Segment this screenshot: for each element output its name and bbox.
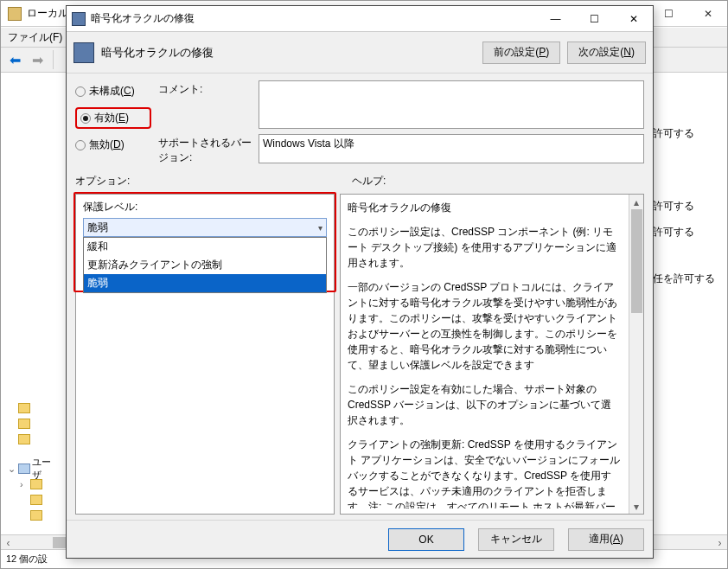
maximize-button[interactable]: ☐: [649, 1, 688, 27]
folder-icon: [30, 495, 42, 505]
folder-icon: [30, 510, 42, 521]
background-title-text: ローカル: [27, 6, 68, 21]
protection-level-combo[interactable]: 脆弱 ▾ 緩和 更新済みクライアントの強制 脆弱: [83, 218, 327, 237]
previous-setting-button[interactable]: 前の設定(P): [482, 42, 560, 64]
help-label: ヘルプ:: [352, 174, 386, 189]
protection-level-label: 保護レベル:: [83, 200, 327, 214]
radio-icon-selected: [80, 113, 91, 124]
background-right-column: 許可する 許可する 許可する 任を許可する: [649, 113, 727, 546]
help-p4: このポリシー設定を有効にした場合、サポート対象の CredSSP バージョンは、…: [348, 381, 621, 428]
dialog-maximize-button[interactable]: ☐: [575, 6, 614, 31]
dialog-header: 暗号化オラクルの修復 前の設定(P) 次の設定(N): [67, 32, 653, 74]
combo-item-vulnerable[interactable]: 脆弱: [84, 274, 326, 292]
close-button[interactable]: ✕: [688, 1, 727, 27]
nav-back-icon[interactable]: ⬅: [4, 49, 25, 70]
radio-icon: [75, 140, 86, 150]
dialog-icon: [72, 12, 86, 26]
next-setting-button[interactable]: 次の設定(N): [567, 42, 646, 64]
scroll-left-icon[interactable]: ‹: [1, 535, 16, 550]
apply-button[interactable]: 適用(A): [568, 528, 644, 551]
dialog-split-area: 保護レベル: 脆弱 ▾ 緩和 更新済みクライアントの強制 脆弱 暗号化オラクルの…: [67, 190, 653, 520]
supported-textbox: Windows Vista 以降: [259, 134, 644, 163]
help-vscrollbar[interactable]: ▴ ▾: [629, 195, 643, 514]
bg-text-2: 許可する: [649, 193, 727, 219]
policy-icon: [73, 42, 94, 63]
radio-unconfigured[interactable]: 未構成(C): [75, 84, 151, 99]
dialog-titlebar: 暗号化オラクルの修復 — ☐ ✕: [67, 6, 653, 32]
supported-value: Windows Vista 以降: [263, 137, 354, 150]
toolbar-divider: [53, 50, 54, 69]
config-radio-group: 未構成(C) 有効(E) 無効(D): [75, 80, 151, 165]
supported-label: サポートされるバージョン:: [158, 134, 253, 165]
folder-icon: [18, 403, 30, 413]
help-p3: 一部のバージョンの CredSSP プロトコルには、クライアントに対する暗号化オ…: [348, 279, 621, 373]
folder-icon: [18, 434, 30, 444]
dialog-footer: OK キャンセル 適用(A): [67, 520, 653, 558]
combo-item-mitigated[interactable]: 緩和: [84, 238, 326, 256]
policy-dialog: 暗号化オラクルの修復 — ☐ ✕ 暗号化オラクルの修復 前の設定(P) 次の設定…: [66, 5, 654, 559]
dialog-close-button[interactable]: ✕: [614, 6, 653, 31]
combo-selected-value: 脆弱: [87, 221, 108, 235]
cancel-button[interactable]: キャンセル: [478, 528, 554, 551]
help-p5: クライアントの強制更新: CredSSP を使用するクライアント アプリケーショ…: [348, 437, 621, 508]
dialog-title-text: 暗号化オラクルの修復: [91, 11, 195, 26]
radio-disabled[interactable]: 無効(D): [75, 137, 151, 152]
help-p2: このポリシー設定は、CredSSP コンポーネント (例: リモート デスクトッ…: [348, 224, 621, 271]
nav-forward-icon[interactable]: ➡: [27, 49, 48, 70]
dialog-header-text: 暗号化オラクルの修復: [101, 45, 214, 61]
combo-display[interactable]: 脆弱 ▾: [83, 218, 327, 237]
options-pane: 保護レベル: 脆弱 ▾ 緩和 更新済みクライアントの強制 脆弱: [75, 194, 335, 515]
radio-enabled[interactable]: 有効(E): [75, 107, 151, 129]
help-pane: 暗号化オラクルの修復 このポリシー設定は、CredSSP コンポーネント (例:…: [340, 194, 644, 515]
dialog-minimize-button[interactable]: —: [536, 6, 575, 31]
bg-text-4: 任を許可する: [649, 265, 727, 291]
chevron-down-icon: ▾: [318, 223, 322, 233]
radio-icon: [75, 86, 86, 97]
tree-expand-icon[interactable]: ›: [20, 479, 30, 489]
scroll-down-icon[interactable]: ▾: [629, 499, 643, 514]
dialog-config-area: 未構成(C) 有効(E) 無効(D) コメント: サポートされるバージョン: W…: [67, 74, 653, 169]
combo-dropdown-list: 緩和 更新済みクライアントの強制 脆弱: [83, 237, 327, 293]
bg-text-1: 許可する: [649, 120, 727, 146]
folder-icon: [30, 479, 42, 489]
tree-users-label[interactable]: ユーザ: [32, 456, 60, 482]
scroll-right-icon[interactable]: ›: [712, 535, 727, 550]
background-tree: ⌄ユーザ ›: [8, 400, 60, 523]
tree-collapse-icon[interactable]: ⌄: [8, 464, 18, 475]
menu-file[interactable]: ファイル(F): [8, 30, 62, 45]
help-p1: 暗号化オラクルの修復: [348, 200, 621, 215]
options-label: オプション:: [75, 174, 335, 189]
comment-textarea[interactable]: [259, 80, 644, 129]
help-text: 暗号化オラクルの修復 このポリシー設定は、CredSSP コンポーネント (例:…: [348, 200, 624, 508]
scroll-up-icon[interactable]: ▴: [629, 195, 643, 209]
ok-button[interactable]: OK: [388, 528, 464, 551]
bg-text-3: 許可する: [649, 219, 727, 245]
combo-item-force-updated[interactable]: 更新済みクライアントの強制: [84, 256, 326, 274]
app-icon: [8, 7, 22, 21]
users-icon: [18, 464, 30, 474]
vscroll-thumb[interactable]: [631, 209, 642, 313]
comment-label: コメント:: [158, 80, 253, 97]
dialog-section-labels: オプション: ヘルプ:: [67, 169, 653, 190]
status-text: 12 個の設: [6, 553, 48, 566]
folder-icon: [18, 419, 30, 429]
